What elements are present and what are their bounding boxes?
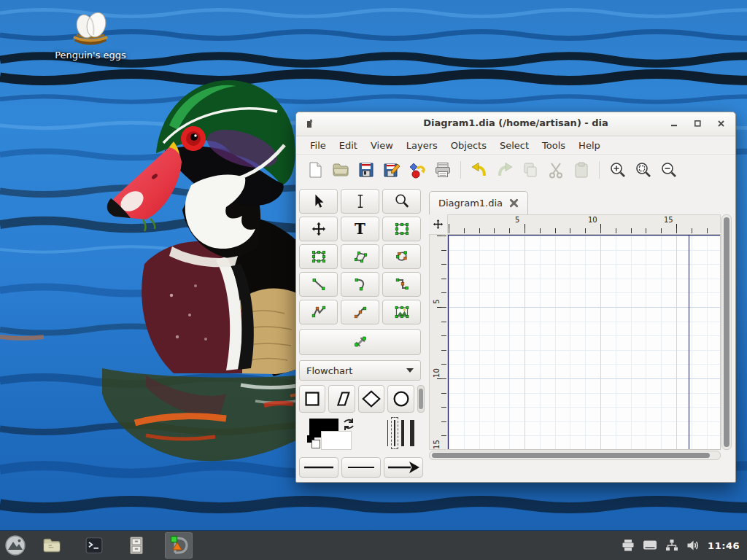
swap-colors-icon[interactable] <box>341 417 356 432</box>
titlebar[interactable]: Diagram1.dia (/home/artisan) - dia <box>296 112 735 136</box>
outline-tool-icon <box>352 333 369 351</box>
flowchart-diamond-icon <box>360 388 382 410</box>
app-menu-icon <box>4 534 26 556</box>
move-origin-icon <box>433 219 444 230</box>
copy-icon[interactable] <box>517 158 543 182</box>
vertical-scrollbar[interactable] <box>721 214 732 450</box>
menu-layers[interactable]: Layers <box>400 139 444 152</box>
end-arrow-style-button[interactable] <box>384 457 423 478</box>
text-tool-glyph: T <box>355 222 365 236</box>
terminal-icon <box>85 536 104 555</box>
begin-arrow-style-button[interactable] <box>299 457 338 478</box>
polyline-icon <box>310 303 328 321</box>
zoom-out-icon[interactable] <box>656 158 681 182</box>
paste-icon[interactable] <box>568 158 594 182</box>
menu-view[interactable]: View <box>364 139 400 152</box>
tool-ellipse[interactable] <box>299 244 338 269</box>
export-icon[interactable] <box>404 158 430 182</box>
terminal-button[interactable] <box>80 532 108 559</box>
tool-outline[interactable] <box>299 329 421 355</box>
menu-objects[interactable]: Objects <box>444 139 493 152</box>
sheet-selector-value: Flowchart <box>300 365 406 376</box>
flowchart-ellipse-icon <box>390 388 412 410</box>
tool-image[interactable] <box>382 300 421 324</box>
tab-close-icon[interactable] <box>509 198 519 208</box>
volume-tray-icon[interactable] <box>686 539 700 552</box>
line-width-4[interactable] <box>410 420 414 446</box>
menu-edit[interactable]: Edit <box>333 139 364 152</box>
close-button[interactable] <box>715 117 727 130</box>
folder-icon <box>42 536 61 555</box>
flowchart-box-icon <box>301 388 323 410</box>
menu-file[interactable]: File <box>303 139 333 152</box>
file-manager-button[interactable] <box>38 532 66 559</box>
flowchart-parallelogram-icon <box>331 388 353 410</box>
print-icon[interactable] <box>430 158 455 182</box>
horizontal-scrollbar-thumb[interactable] <box>432 453 710 458</box>
display-tray-icon[interactable] <box>643 540 657 551</box>
sheet-selector-dropdown[interactable]: Flowchart <box>299 360 421 381</box>
box-shape-icon <box>393 220 411 238</box>
chevron-down-icon <box>406 368 414 373</box>
network-tray-icon[interactable] <box>665 539 678 552</box>
file-cabinet-button[interactable] <box>123 532 150 559</box>
line-style-button[interactable] <box>341 457 381 478</box>
shape-flowchart-parallelogram[interactable] <box>328 385 355 413</box>
save-icon[interactable] <box>353 158 379 182</box>
line-width-selector[interactable] <box>387 419 414 448</box>
tool-modify[interactable] <box>299 189 338 214</box>
zoom-in-icon[interactable] <box>605 158 630 182</box>
shape-flowchart-ellipse[interactable] <box>387 385 414 413</box>
cut-icon[interactable] <box>543 158 568 182</box>
plain-line-icon <box>300 458 338 477</box>
tool-box[interactable] <box>382 217 421 241</box>
diagram-canvas[interactable] <box>447 234 721 450</box>
line-width-1[interactable] <box>387 420 388 446</box>
menubar: File Edit View Layers Objects Select Too… <box>296 136 735 155</box>
menu-tools[interactable]: Tools <box>535 139 572 152</box>
tool-polygon[interactable] <box>341 244 379 269</box>
tool-bezierline[interactable] <box>341 300 379 324</box>
menu-select[interactable]: Select <box>493 139 535 152</box>
tool-zigzagline[interactable] <box>382 272 421 297</box>
new-diagram-icon[interactable] <box>302 158 328 182</box>
tab-diagram1[interactable]: Diagram1.dia <box>429 191 528 214</box>
app-menu-button[interactable] <box>1 532 29 559</box>
vertical-scrollbar-thumb[interactable] <box>724 217 729 447</box>
file-cabinet-icon <box>127 536 146 555</box>
open-icon[interactable] <box>328 158 353 182</box>
save-as-icon[interactable] <box>379 158 404 182</box>
tool-text[interactable]: T <box>341 217 379 241</box>
clock: 11:46 <box>708 540 740 551</box>
shape-flowchart-box[interactable] <box>299 385 325 413</box>
tool-line[interactable] <box>299 272 338 297</box>
zoom-fit-icon[interactable] <box>630 158 656 182</box>
dia-taskbar-button[interactable] <box>165 532 193 559</box>
system-tray: 11:46 <box>622 539 740 552</box>
tool-beziergon[interactable] <box>382 244 421 269</box>
background-color-swatch[interactable] <box>321 431 352 450</box>
move-arrows-icon <box>311 221 327 237</box>
vruler-label-15: 15 <box>433 438 441 451</box>
redo-icon[interactable] <box>492 158 517 182</box>
ellipse-shape-icon <box>310 248 328 265</box>
shape-list-scrollbar[interactable] <box>417 385 425 413</box>
toolbar-separator <box>460 161 461 179</box>
menu-help[interactable]: Help <box>572 139 607 152</box>
maximize-button[interactable] <box>692 117 703 130</box>
printer-tray-icon[interactable] <box>622 539 635 552</box>
hruler-label-5: 5 <box>515 216 519 224</box>
tool-arc[interactable] <box>341 272 379 297</box>
tool-magnify[interactable] <box>382 189 421 214</box>
shape-flowchart-diamond[interactable] <box>358 385 384 413</box>
minimize-button[interactable] <box>668 117 680 130</box>
undo-icon[interactable] <box>466 158 492 182</box>
tool-scroll[interactable] <box>299 217 338 241</box>
ruler-origin-button[interactable] <box>429 214 446 233</box>
desktop-icon-penguins-eggs[interactable]: Penguin's eggs <box>46 9 135 61</box>
tool-textedit[interactable] <box>341 189 379 214</box>
tool-polyline[interactable] <box>299 300 338 324</box>
horizontal-scrollbar[interactable] <box>429 451 721 460</box>
line-width-2-selected[interactable] <box>394 420 395 446</box>
line-width-3[interactable] <box>401 420 404 446</box>
